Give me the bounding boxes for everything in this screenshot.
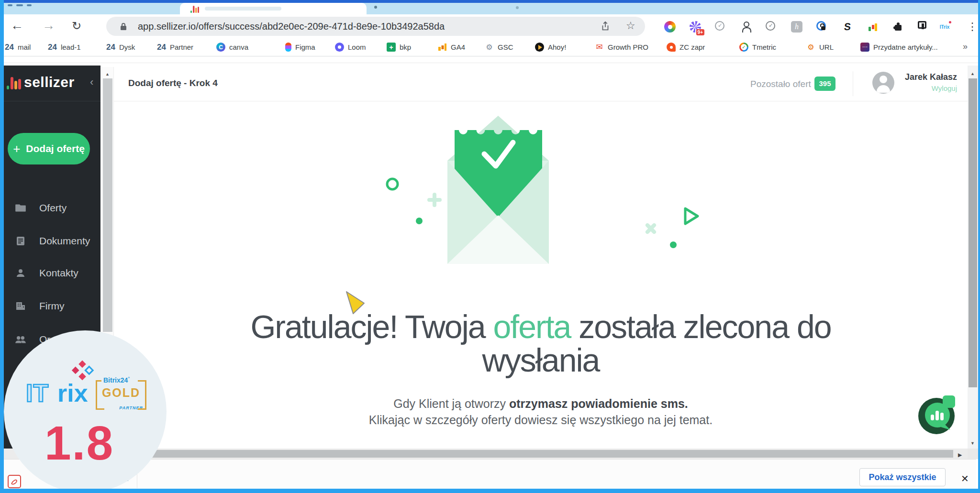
- panel-extension-icon[interactable]: [918, 21, 926, 29]
- share-icon[interactable]: [600, 21, 611, 32]
- bookmark-label: mail: [18, 43, 31, 51]
- reload-icon[interactable]: ↻: [72, 19, 81, 33]
- bookmark-zc-zapr[interactable]: ZC zapr: [667, 38, 705, 56]
- mailpro-icon: [595, 43, 604, 52]
- itrix-extension-icon[interactable]: ITrix: [939, 21, 950, 33]
- address-bar[interactable]: app.sellizer.io/offers/success/abd2e0ec-…: [106, 17, 645, 36]
- inactive-tab-favicon[interactable]: [516, 6, 519, 9]
- bitrix24-gold-badge: Bitrix24° GOLD PARTNER: [96, 380, 146, 407]
- bookmark-dysk[interactable]: 24Dysk: [106, 38, 135, 56]
- browser-toolbar: ← → ↻ app.sellizer.io/offers/success/abd…: [0, 14, 980, 38]
- bookmark-url[interactable]: URL: [806, 38, 834, 56]
- logout-link[interactable]: Wyloguj: [856, 84, 957, 92]
- bookmark-ahoy-[interactable]: Ahoy!: [535, 38, 566, 56]
- notice-line-1: Gdy Klient ją otworzy otrzymasz powiadom…: [114, 397, 968, 411]
- user-block: Jarek Kałasz Wyloguj: [856, 72, 957, 92]
- bookmark-mail[interactable]: 24mail: [5, 38, 31, 56]
- scrollbar-thumb[interactable]: [114, 450, 953, 458]
- bookmark-label: GA4: [451, 43, 465, 51]
- bookmark-label: Partner: [170, 43, 193, 51]
- cross-decoration: [641, 219, 660, 238]
- bookmark-label: Figma: [295, 43, 315, 51]
- bookmark-przydatne-artyku-y-[interactable]: Przydatne artykuły...: [860, 38, 938, 56]
- bookmark-growth-pro[interactable]: Growth PRO: [595, 38, 648, 56]
- version-number: 1.8: [45, 416, 114, 471]
- bookmark-label: Ahoy!: [548, 43, 566, 51]
- bookmark-label: URL: [819, 43, 834, 51]
- lock-extension-icon[interactable]: [816, 21, 826, 31]
- window-control-mark: [27, 4, 32, 6]
- user-name: Jarek Kałasz: [856, 72, 957, 82]
- swirl-extension-icon[interactable]: [664, 21, 676, 33]
- scrollbar-corner: [968, 449, 978, 459]
- bookmark-label: lead-1: [61, 43, 81, 51]
- play-decoration: [685, 208, 698, 224]
- puzzle-extension-icon[interactable]: [892, 21, 904, 33]
- frame-border-right: [978, 0, 980, 493]
- frame-border-bottom: [0, 489, 980, 493]
- scroll-up-icon[interactable]: [970, 68, 975, 77]
- pdf-file-icon[interactable]: [8, 475, 21, 488]
- burst-extension-icon[interactable]: 9+: [690, 21, 701, 33]
- partner-label: PARTNER: [118, 405, 145, 410]
- forward-icon[interactable]: →: [42, 18, 55, 33]
- scroll-right-icon[interactable]: [958, 450, 962, 459]
- notice-line-2: Klikając w szczegóły oferty dowiesz się …: [114, 413, 968, 427]
- bookmark-tmetric[interactable]: Tmetric: [739, 38, 776, 56]
- inactive-tab-favicon[interactable]: [374, 6, 377, 9]
- scroll-down-icon[interactable]: [970, 438, 975, 447]
- itrix-watermark: IT rix Bitrix24° GOLD PARTNER 1.8: [4, 330, 167, 493]
- bookmark-partner[interactable]: 24Partner: [157, 38, 193, 56]
- vertical-scrollbar[interactable]: [968, 66, 978, 449]
- people-icon: [14, 333, 27, 346]
- browser-menu-icon[interactable]: ⋮: [967, 21, 978, 33]
- bookmarks-bar: 24mail24lead-124Dysk24PartnercanvaFigmaL…: [0, 38, 980, 56]
- bitrix24-icon: 24: [106, 43, 115, 52]
- active-tab[interactable]: [180, 3, 367, 14]
- url-text[interactable]: app.sellizer.io/offers/success/abd2e0ec-…: [138, 21, 445, 32]
- bookmark-lead-1[interactable]: 24lead-1: [48, 38, 81, 56]
- lock-icon: [120, 22, 127, 31]
- bookmark-canva[interactable]: canva: [216, 38, 248, 56]
- bitrix24-icon: 24: [5, 43, 14, 52]
- circle-decoration: [387, 179, 398, 189]
- bitrix24-label: Bitrix24°: [101, 376, 132, 384]
- scrollbar-thumb[interactable]: [103, 78, 112, 332]
- heading-highlight: oferta: [493, 308, 570, 345]
- check2-extension-icon[interactable]: [766, 21, 775, 31]
- hsq-extension-icon[interactable]: [791, 21, 802, 33]
- bookmark-loom[interactable]: Loom: [335, 38, 366, 56]
- figma-icon: [285, 43, 291, 52]
- dot-decoration: [416, 218, 423, 224]
- artykuly-icon: [860, 43, 869, 52]
- bookmarks-overflow-icon[interactable]: »: [963, 42, 968, 52]
- check1-extension-icon[interactable]: [715, 21, 724, 31]
- bookmark-figma[interactable]: Figma: [285, 38, 315, 56]
- gold-label: GOLD: [96, 386, 146, 400]
- back-icon[interactable]: ←: [11, 18, 23, 33]
- close-downloads-icon[interactable]: ✕: [961, 473, 969, 484]
- bookmark-star-icon[interactable]: ☆: [626, 20, 635, 32]
- sidebar-item-firmy[interactable]: Firmy: [4, 296, 100, 317]
- gsc-icon: [485, 43, 494, 52]
- sidebar-item-oferty[interactable]: Oferty: [4, 197, 100, 219]
- person-extension-icon[interactable]: [740, 21, 752, 33]
- bookmark-gsc[interactable]: GSC: [485, 38, 513, 56]
- app-header: Dodaj ofertę - Krok 4 Pozostało ofert 39…: [114, 66, 980, 101]
- bookmark-ga4[interactable]: GA4: [438, 38, 465, 56]
- sglyph-extension-icon[interactable]: [842, 21, 853, 33]
- bookmark-label: Przydatne artykuły...: [873, 43, 938, 51]
- page-title: Dodaj ofertę - Krok 4: [128, 78, 218, 88]
- sidebar-item-kontakty[interactable]: Kontakty: [4, 263, 100, 284]
- bookmark-bkp[interactable]: bkp: [387, 38, 411, 56]
- bookmark-label: Growth PRO: [608, 43, 648, 51]
- heading-line-2: wysłania: [114, 343, 968, 377]
- bars-extension-icon[interactable]: [867, 21, 879, 33]
- itrix-logo-it: IT: [26, 379, 49, 407]
- scrollbar-thumb[interactable]: [969, 78, 977, 387]
- chat-widget-button[interactable]: [915, 394, 958, 438]
- show-all-downloads-button[interactable]: Pokaż wszystkie: [859, 468, 946, 486]
- sidebar-item-dokumenty[interactable]: Dokumenty: [4, 230, 100, 252]
- pointer-cursor: [343, 289, 368, 317]
- scroll-up-icon[interactable]: [105, 69, 110, 77]
